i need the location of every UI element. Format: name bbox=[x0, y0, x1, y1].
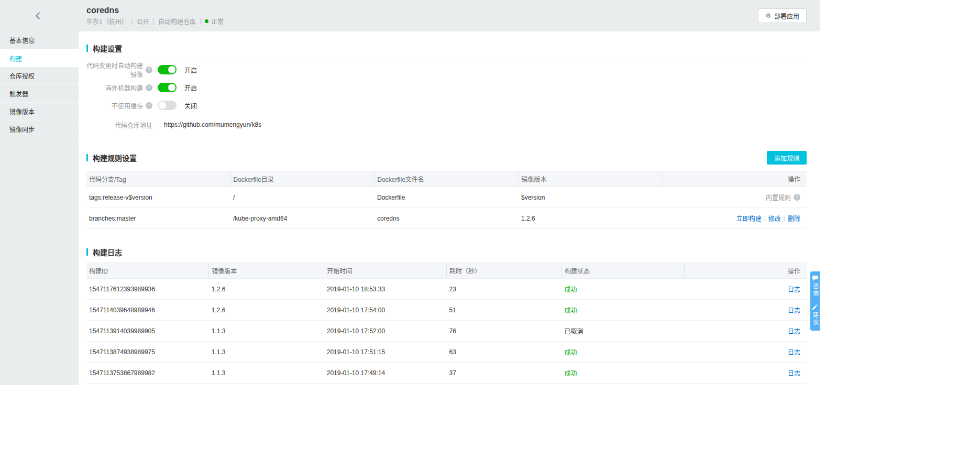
sidebar-item-image-sync[interactable]: 镜像同步 bbox=[0, 121, 79, 138]
log-status: 成功 bbox=[562, 363, 685, 384]
col-build-status: 构建状态 bbox=[562, 263, 685, 279]
build-now-link[interactable]: 立即构建 bbox=[736, 214, 762, 223]
rule-version: $version bbox=[519, 187, 663, 208]
consult-tab[interactable]: 咨询 bbox=[812, 276, 818, 298]
rule-dir: /kube-proxy-amd64 bbox=[230, 208, 375, 229]
log-build-id: 1547113914039989905 bbox=[86, 321, 209, 342]
sidebar-item-repo-auth[interactable]: 仓库授权 bbox=[0, 67, 79, 85]
toggle-knob bbox=[159, 102, 166, 109]
app-window: 基本信息 构建 仓库授权 触发器 镜像版本 镜像同步 coredns 华东1（杭… bbox=[0, 0, 820, 385]
log-duration: 23 bbox=[447, 384, 562, 386]
sidebar-item-basic-info[interactable]: 基本信息 bbox=[0, 31, 79, 49]
sidebar-item-build[interactable]: 构建 bbox=[0, 49, 79, 67]
help-icon[interactable]: ? bbox=[146, 102, 152, 109]
repo-address-value: https://github.com/mumengyun/k8s bbox=[164, 121, 261, 128]
help-icon[interactable]: ? bbox=[146, 84, 152, 91]
toggle-state-text: 开启 bbox=[184, 65, 197, 74]
setting-row-repo-address: 代码仓库地址 https://github.com/mumengyun/k8s bbox=[86, 118, 807, 131]
rule-file: Dockerfile bbox=[375, 187, 519, 208]
add-rule-button[interactable]: 添加规则 bbox=[767, 151, 807, 165]
col-duration: 耗时（秒） bbox=[447, 263, 562, 279]
no-cache-toggle[interactable] bbox=[158, 101, 177, 110]
suggest-label: 建议 bbox=[812, 312, 818, 326]
section-accent-bar bbox=[86, 248, 88, 256]
repo-address-label: 代码仓库地址 bbox=[86, 121, 152, 129]
col-image-version: 镜像版本 bbox=[209, 263, 324, 279]
setting-row-no-cache: 不使用缓存 ? 关闭 bbox=[86, 99, 807, 112]
section-accent-bar bbox=[86, 45, 88, 52]
setting-label: 不使用缓存 ? bbox=[86, 101, 152, 110]
col-start-time: 开始时间 bbox=[324, 263, 447, 279]
sidebar-item-image-versions[interactable]: 镜像版本 bbox=[0, 103, 79, 121]
toggle-state-text: 开启 bbox=[184, 83, 197, 92]
meta-separator: | bbox=[153, 17, 155, 25]
log-start-time: 2019-01-10 17:54:00 bbox=[324, 300, 447, 321]
log-duration: 23 bbox=[447, 279, 562, 300]
table-row: 1547113753867989982 1.1.3 2019-01-10 17:… bbox=[86, 363, 807, 384]
setting-label: 代码变更时自动构建镜像 ? bbox=[86, 61, 152, 79]
build-logs-table: 构建ID 镜像版本 开始时间 耗时（秒） 构建状态 操作 15471176123… bbox=[86, 263, 807, 385]
builtin-rule-label: 内置规则 bbox=[766, 193, 791, 202]
page-title: coredns bbox=[86, 6, 224, 15]
table-row: branches:master /kube-proxy-amd64 coredn… bbox=[86, 208, 807, 229]
table-row: 1534934443373989919 1.1.3 2018-08-22 18:… bbox=[86, 384, 807, 386]
action-separator: | bbox=[764, 215, 766, 222]
log-status: 成功 bbox=[562, 279, 685, 300]
col-dockerfile-dir: Dockerfile目录 bbox=[230, 171, 375, 187]
log-status: 成功 bbox=[562, 300, 685, 321]
log-version: 1.1.3 bbox=[209, 363, 324, 384]
region-label: 华东1（杭州） bbox=[86, 17, 128, 26]
overseas-build-toggle[interactable] bbox=[158, 83, 177, 92]
log-version: 1.2.6 bbox=[209, 279, 324, 300]
view-log-link[interactable]: 日志 bbox=[788, 307, 800, 314]
table-row: 1547117612393989936 1.2.6 2019-01-10 18:… bbox=[86, 279, 807, 300]
suggest-tab[interactable]: 建议 bbox=[812, 304, 818, 326]
setting-label-text: 代码变更时自动构建镜像 bbox=[86, 61, 143, 79]
build-rules-section: 构建规则设置 添加规则 代码分支/Tag Dockerfile目录 Docker… bbox=[86, 151, 807, 229]
table-row: 1547114039648989946 1.2.6 2019-01-10 17:… bbox=[86, 300, 807, 321]
build-settings-form: 代码变更时自动构建镜像 ? 开启 海外机器构建 ? 开启 不 bbox=[86, 63, 807, 131]
section-accent-bar bbox=[86, 154, 88, 161]
chat-bubble-icon bbox=[812, 276, 818, 281]
setting-label: 海外机器构建 ? bbox=[86, 83, 152, 92]
back-chevron-icon bbox=[36, 12, 43, 19]
log-status: 已取消 bbox=[562, 321, 685, 342]
help-icon[interactable]: ? bbox=[794, 194, 800, 201]
back-button[interactable] bbox=[0, 0, 79, 31]
auto-build-toggle[interactable] bbox=[158, 65, 177, 74]
title-block: coredns 华东1（杭州） | 公开 | 自动构建仓库 | 正常 bbox=[86, 6, 224, 26]
modify-link[interactable]: 修改 bbox=[768, 214, 781, 223]
delete-link[interactable]: 删除 bbox=[788, 214, 800, 223]
view-log-link[interactable]: 日志 bbox=[788, 286, 800, 293]
log-start-time: 2019-01-10 17:51:15 bbox=[324, 342, 447, 363]
build-rules-table: 代码分支/Tag Dockerfile目录 Dockerfile文件名 镜像版本… bbox=[86, 171, 807, 229]
sidebar: 基本信息 构建 仓库授权 触发器 镜像版本 镜像同步 bbox=[0, 0, 79, 385]
log-start-time: 2019-01-10 18:53:33 bbox=[324, 279, 447, 300]
col-actions: 操作 bbox=[684, 263, 807, 279]
log-build-id: 1547117612393989936 bbox=[86, 279, 209, 300]
rule-branch: branches:master bbox=[86, 208, 230, 229]
deploy-app-button[interactable]: ⚙ 部署应用 bbox=[758, 8, 807, 23]
log-status: 成功 bbox=[562, 342, 685, 363]
divider bbox=[86, 58, 807, 58]
col-dockerfile-name: Dockerfile文件名 bbox=[375, 171, 519, 187]
sidebar-item-triggers[interactable]: 触发器 bbox=[0, 85, 79, 103]
help-icon[interactable]: ? bbox=[146, 67, 152, 73]
log-build-id: 1534934443373989919 bbox=[86, 384, 209, 386]
log-duration: 76 bbox=[447, 321, 562, 342]
col-actions: 操作 bbox=[663, 171, 807, 187]
view-log-link[interactable]: 日志 bbox=[788, 349, 800, 356]
log-build-id: 1547113753867989982 bbox=[86, 363, 209, 384]
view-log-link[interactable]: 日志 bbox=[788, 328, 800, 335]
deploy-button-label: 部署应用 bbox=[774, 12, 799, 20]
log-start-time: 2019-01-10 17:49:14 bbox=[324, 363, 447, 384]
build-logs-title: 构建日志 bbox=[86, 248, 807, 256]
pencil-icon bbox=[812, 304, 818, 310]
log-start-time: 2019-01-10 17:52:00 bbox=[324, 321, 447, 342]
toggle-knob bbox=[168, 84, 175, 91]
view-log-link[interactable]: 日志 bbox=[788, 370, 800, 377]
col-image-version: 镜像版本 bbox=[519, 171, 663, 187]
main-content: 构建设置 代码变更时自动构建镜像 ? 开启 海外机器构建 ? bbox=[79, 31, 820, 385]
repo-status: 正常 bbox=[211, 17, 224, 26]
setting-row-overseas-build: 海外机器构建 ? 开启 bbox=[86, 81, 807, 94]
